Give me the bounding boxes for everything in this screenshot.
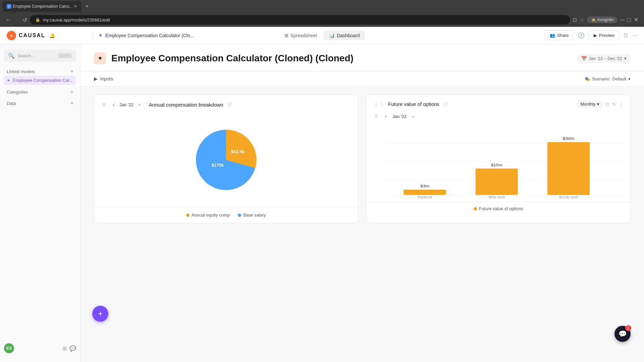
- spreadsheet-icon: ⊞: [284, 33, 288, 38]
- logo-icon: ●: [7, 31, 16, 40]
- sidebar: 🔍 Search... Ctrl+K Linked models + ✦ Emp…: [0, 44, 80, 362]
- add-linked-model-button[interactable]: +: [70, 68, 73, 74]
- chat-icon: 💬: [619, 330, 627, 338]
- bar-chart-title: Future value of options: [388, 101, 439, 107]
- nav-back-button[interactable]: ←: [5, 16, 11, 23]
- scenario-value: Default: [612, 76, 626, 81]
- pie-chart-card: ≡ ‹ Jan '22 › Annual compensation breakd…: [94, 95, 358, 223]
- header-actions: 👥 Share 🕐 ▶ Preview ⊡ ⋯: [545, 31, 637, 40]
- search-placeholder: Search...: [17, 53, 55, 58]
- pie-chart-svg: $62.5k $175k: [186, 120, 266, 200]
- categories-header[interactable]: Categories +: [4, 87, 76, 96]
- add-category-button[interactable]: +: [70, 89, 73, 95]
- bar-edit-icon[interactable]: ✎: [612, 102, 616, 107]
- minimize-button[interactable]: ─: [620, 16, 625, 23]
- bar-5b: [476, 169, 518, 195]
- new-tab-button[interactable]: +: [83, 3, 92, 10]
- dashboard-title: Employee Compensation Calculator (Cloned…: [111, 53, 354, 64]
- bar-prev-period[interactable]: ‹: [382, 112, 390, 120]
- dashboard-icon: ✦: [94, 52, 106, 64]
- linked-models-section: Linked models + ✦ Employee Compensation …: [0, 67, 80, 87]
- svg-text:$15m: $15m: [491, 163, 502, 167]
- chart-icon: 📊: [329, 33, 335, 38]
- svg-text:$30m: $30m: [563, 136, 575, 140]
- pie-period-label: Jan '22: [119, 102, 133, 107]
- future-value-legend-item: Future value of options: [474, 206, 523, 211]
- model-breadcrumb: ✦ Employee Compensation Calculator (Clo.…: [98, 32, 194, 39]
- base-legend-dot: [238, 214, 241, 217]
- more-icon[interactable]: ⋯: [632, 32, 637, 39]
- share-icon: 👥: [550, 33, 555, 38]
- model-icon: ✦: [98, 32, 103, 39]
- screenshot-icon[interactable]: ⊡: [573, 17, 577, 23]
- bar-more-icon[interactable]: ⋮: [619, 102, 624, 107]
- bar-chart-menu-icon[interactable]: ⋮⋮: [373, 101, 384, 107]
- notification-icon[interactable]: 🔔: [49, 33, 55, 38]
- date-range-selector[interactable]: 📅 Jan '22 – Dec '22 ▾: [577, 54, 631, 63]
- bookmark-icon[interactable]: ☆: [580, 17, 584, 23]
- bar-chart-list-icon[interactable]: ≡: [373, 112, 379, 121]
- equity-legend-label: Annual equity comp: [192, 213, 230, 218]
- chat-badge: 1: [625, 325, 631, 331]
- pie-chart-header: ≡ ‹ Jan '22 › Annual compensation breakd…: [94, 95, 358, 113]
- tab-title: Employee Compensation Calcu...: [13, 4, 72, 9]
- logo-initial: ●: [10, 33, 12, 38]
- view-icon[interactable]: ⊡: [624, 32, 628, 39]
- maximize-button[interactable]: □: [627, 16, 631, 23]
- monthly-label: Monthly: [580, 102, 596, 107]
- bar-info-icon[interactable]: ⓘ: [443, 101, 448, 107]
- inputs-toggle[interactable]: ▶ Inputs: [94, 76, 113, 81]
- bar-next-period[interactable]: ›: [409, 112, 417, 120]
- close-icon[interactable]: ✕: [74, 4, 77, 9]
- chevron-down-icon: ▾: [597, 102, 599, 107]
- sidebar-item-model[interactable]: ✦ Employee Compensation Cal...: [4, 76, 76, 85]
- user-avatar[interactable]: ES: [4, 343, 14, 353]
- chat-button[interactable]: 💬 1: [614, 326, 631, 342]
- bar-copy-icon[interactable]: ⊡: [605, 102, 609, 107]
- calendar-icon: 📅: [581, 56, 587, 61]
- tab-dashboard[interactable]: 📊 Dashboard: [324, 31, 365, 40]
- logo-text: CAUSAL: [19, 33, 45, 39]
- grid-icon[interactable]: ⊞: [62, 345, 67, 352]
- equity-legend-item: Annual equity comp: [186, 213, 230, 218]
- bar-chart-legend: Future value of options: [367, 202, 630, 217]
- equity-label: $62.5k: [231, 149, 245, 154]
- incognito-badge[interactable]: 🕵 Incognito: [587, 16, 618, 23]
- add-data-button[interactable]: +: [70, 100, 73, 106]
- monthly-selector[interactable]: Monthly ▾: [577, 100, 603, 108]
- bar-chart-actions: Monthly ▾ ⊡ ✎ ⋮: [577, 100, 624, 108]
- bar-10b: [547, 142, 590, 195]
- share-button[interactable]: 👥 Share: [545, 31, 574, 40]
- play-icon: ▶: [594, 33, 597, 38]
- svg-text:$5b exit: $5b exit: [489, 195, 505, 198]
- bar-chart-area: $40m $30m $20m $10m $0 $3m Default $15m: [367, 125, 630, 202]
- search-bar[interactable]: 🔍 Search... Ctrl+K: [4, 50, 76, 62]
- prev-period-button[interactable]: ‹: [109, 101, 117, 109]
- add-button[interactable]: +: [92, 306, 108, 322]
- chart-menu-icon[interactable]: ≡: [101, 100, 107, 109]
- nav-forward-button[interactable]: →: [14, 16, 20, 23]
- tab-spreadsheet[interactable]: ⊞ Spreadsheet: [279, 31, 322, 40]
- next-period-button[interactable]: ›: [136, 101, 144, 109]
- future-value-legend-label: Future value of options: [479, 206, 523, 211]
- search-icon: 🔍: [8, 53, 15, 59]
- linked-models-header[interactable]: Linked models +: [4, 67, 76, 76]
- history-icon[interactable]: 🕐: [578, 32, 585, 39]
- pie-chart-nav: ≡: [101, 100, 107, 109]
- preview-button[interactable]: ▶ Preview: [589, 31, 620, 40]
- comment-icon[interactable]: 💬: [69, 345, 76, 352]
- pie-info-icon[interactable]: ⓘ: [227, 102, 232, 108]
- categories-section: Categories +: [0, 87, 80, 99]
- browser-tab[interactable]: C Employee Compensation Calcu... ✕: [3, 1, 81, 12]
- window-close-button[interactable]: ✕: [634, 16, 639, 23]
- scenario-label: Scenario:: [592, 76, 610, 81]
- url-text: my.causal.app/models/235661/edit: [43, 17, 110, 22]
- address-bar[interactable]: 🔒 my.causal.app/models/235661/edit: [30, 15, 570, 24]
- scenario-selector[interactable]: 🎭 Scenario: Default ▾: [585, 76, 631, 81]
- data-header[interactable]: Data +: [4, 99, 76, 108]
- chevron-down-icon: ▾: [624, 56, 627, 61]
- refresh-button[interactable]: ↺: [23, 17, 27, 23]
- incognito-label: Incognito: [597, 17, 614, 22]
- charts-grid: ≡ ‹ Jan '22 › Annual compensation breakd…: [80, 86, 644, 231]
- svg-text:Default: Default: [418, 195, 432, 198]
